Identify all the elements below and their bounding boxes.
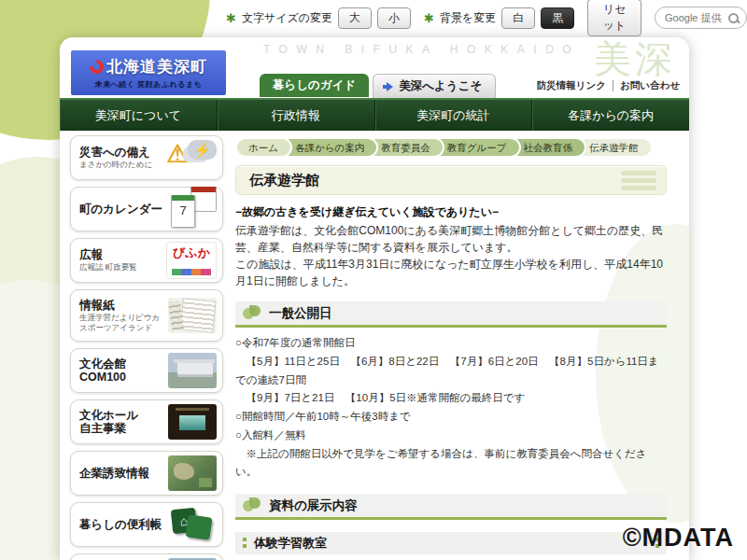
sidebar-item-subtitle: まさかの時のために	[79, 160, 152, 170]
sidebar-item[interactable]: 文化会館 COM100	[70, 348, 223, 393]
section-open-days: 一般公開日	[235, 301, 667, 328]
page-card: TOWN BIFUKA HOKKAIDO 美深 北海道美深町 未来へ続く 笑顔あ…	[60, 37, 689, 560]
leaf-icon	[243, 497, 261, 513]
leaf-icon	[243, 305, 261, 321]
sidebar: 災害への備えまさかの時のために町のカレンダー7広報広報誌 町政要覧びふか情報紙生…	[70, 135, 223, 560]
flower-icon: ✱	[424, 11, 434, 25]
font-small-button[interactable]: 小	[377, 7, 411, 29]
intro-text: −故郷の古きを受け継ぎ伝えていく施設でありたい− 伝承遊学館は、文化会館COM1…	[235, 203, 667, 289]
open-day-line: ○令和7年度の通常開館日	[235, 334, 667, 353]
sidebar-item[interactable]: 企業誘致情報	[70, 451, 223, 496]
breadcrumb: ホーム各課からの案内教育委員会教育グループ社会教育係伝承遊学館	[235, 137, 667, 158]
newspaper-icon	[168, 298, 217, 333]
open-day-line: ○入館料／無料	[235, 427, 667, 445]
logo-title: 北海道美深町	[106, 56, 207, 77]
link-contact[interactable]: お問い合わせ	[620, 79, 680, 92]
page-title: 伝承遊学館	[249, 172, 319, 189]
header-links: 防災情報リンク お問い合わせ	[537, 79, 680, 92]
sidebar-item-title: 暮らしの便利帳	[79, 518, 162, 531]
breadcrumb-item[interactable]: 各課からの案内	[286, 137, 378, 158]
site-header: TOWN BIFUKA HOKKAIDO 美深 北海道美深町 未来へ続く 笑顔あ…	[60, 37, 689, 98]
open-day-line: ※上記の開館日以外で見学をご希望する場合は、事前に教育委員会へ問合せください。	[235, 445, 667, 483]
open-day-line: ○開館時間／午前10時～午後3時まで	[235, 408, 667, 427]
tab-living-guide[interactable]: 暮らしのガイド	[260, 74, 369, 97]
section-title: 資料の展示内容	[269, 497, 358, 514]
google-search[interactable]	[655, 7, 747, 29]
open-day-line: 【9月】7日と21日 【10月】5日※通常開館の最終日です	[235, 389, 667, 408]
accessibility-toolbar: ✱ 文字サイズの変更 大 小 ✱ 背景を変更 白 黒 リセット	[226, 7, 747, 29]
icon-text: びふか	[167, 245, 216, 261]
sidebar-item[interactable]: 姉妹町 国際友好都市	[70, 553, 223, 560]
section-title: 一般公開日	[269, 305, 332, 322]
breadcrumb-item[interactable]: 伝承遊学館	[580, 137, 653, 158]
sidebar-item-subtitle: 生涯学習だよりピウカ スポーツアイランド	[79, 313, 160, 332]
background-label: 背景を変更	[440, 10, 496, 26]
background-black-button[interactable]: 黒	[541, 7, 574, 29]
logo-subtitle: 未来へ続く 笑顔あふれるまち	[95, 79, 203, 90]
sidebar-item[interactable]: 文化ホール 自主事業	[70, 399, 223, 444]
town-emblem-icon	[87, 57, 106, 77]
building-icon	[168, 353, 217, 388]
background-white-button[interactable]: 白	[501, 7, 535, 29]
intro-heading: −故郷の古きを受け継ぎ伝えていく施設でありたい−	[235, 203, 667, 220]
sidebar-item[interactable]: 災害への備えまさかの時のために	[70, 135, 223, 180]
section-exhibits: 資料の展示内容	[235, 494, 667, 520]
sidebar-item[interactable]: 町のカレンダー7	[70, 187, 223, 231]
breadcrumb-item[interactable]: 社会教育係	[514, 137, 587, 158]
magazine-icon: びふか	[166, 242, 217, 279]
disaster-icon	[168, 140, 217, 175]
stage-icon	[168, 404, 217, 440]
search-input[interactable]	[663, 11, 728, 24]
link-disaster-info[interactable]: 防災情報リンク	[537, 79, 606, 92]
sidebar-item-subtitle: 広報誌 町政要覧	[79, 262, 137, 273]
main-content: ホーム各課からの案内教育委員会教育グループ社会教育係伝承遊学館 伝承遊学館 −故…	[235, 131, 667, 560]
sidebar-item-title: 文化ホール 自主事業	[79, 409, 138, 436]
divider	[613, 80, 613, 91]
handbook-icon	[168, 507, 217, 542]
header-tabs: 暮らしのガイド 美深へようこそ	[260, 74, 496, 98]
font-size-label: 文字サイズの変更	[242, 10, 332, 26]
arrow-right-icon	[387, 82, 393, 91]
open-days-text: ○令和7年度の通常開館日 【5月】11日と25日 【6月】8日と22日 【7月】…	[235, 334, 667, 482]
dots-icon	[243, 538, 247, 549]
nav-item[interactable]: 行政情報	[218, 100, 375, 131]
calendar-icon: 7	[168, 191, 217, 227]
sidebar-item-title: 広報	[79, 248, 137, 261]
page-title-bar: 伝承遊学館	[235, 165, 667, 195]
sidebar-item-title: 文化会館 COM100	[79, 357, 126, 385]
sidebar-item[interactable]: 広報広報誌 町政要覧びふか	[70, 238, 223, 283]
calligraphy-logo: 美深	[594, 37, 676, 85]
aerial-icon	[168, 455, 217, 491]
icon-text: 7	[171, 203, 195, 217]
sidebar-item[interactable]: 情報紙生涯学習だよりピウカ スポーツアイランド	[70, 289, 223, 342]
intro-paragraph: この施設は、平成11年3月31日に廃校になった町立厚生小学校を利用し、平成14年…	[235, 256, 667, 289]
search-icon[interactable]	[728, 13, 739, 23]
sidebar-item-title: 企業誘致情報	[79, 467, 149, 480]
content-region: 災害への備えまさかの時のために町のカレンダー7広報広報誌 町政要覧びふか情報紙生…	[60, 131, 689, 560]
nav-item[interactable]: 各課からの案内	[532, 100, 689, 131]
tab-welcome[interactable]: 美深へようこそ	[373, 74, 496, 98]
subsection-classroom: 体験学習教室	[235, 532, 667, 554]
breadcrumb-item[interactable]: ホーム	[235, 137, 292, 158]
tab-welcome-label: 美深へようこそ	[399, 75, 482, 98]
flower-icon: ✱	[226, 11, 236, 25]
watermark: ©MDATA	[623, 524, 734, 553]
sidebar-item-title: 災害への備え	[79, 146, 152, 159]
open-day-line: 【5月】11日と25日 【6月】8日と22日 【7月】6日と20日 【8月】5日…	[235, 353, 667, 390]
sidebar-item[interactable]: 暮らしの便利帳	[70, 502, 223, 547]
intro-paragraph: 伝承遊学館は、文化会館COM100にある美深町郷土博物館分館として郷土の歴史、民…	[235, 222, 667, 256]
nav-item[interactable]: 美深町について	[60, 100, 218, 131]
site-logo[interactable]: 北海道美深町 未来へ続く 笑顔あふれるまち	[71, 50, 226, 95]
breadcrumb-item[interactable]: 教育グループ	[438, 137, 521, 158]
global-nav: 美深町について行政情報美深町の統計各課からの案内	[60, 98, 689, 131]
sidebar-item-title: 情報紙	[79, 299, 160, 312]
sidebar-item-title: 町のカレンダー	[79, 203, 162, 216]
font-large-button[interactable]: 大	[338, 7, 372, 29]
town-english-title: TOWN BIFUKA HOKKAIDO	[263, 43, 580, 56]
reset-button[interactable]: リセット	[587, 0, 641, 36]
nav-item[interactable]: 美深町の統計	[375, 100, 533, 131]
decoration-bars-icon	[621, 168, 656, 193]
subsection-title: 体験学習教室	[254, 535, 327, 552]
breadcrumb-item[interactable]: 教育委員会	[372, 137, 444, 158]
